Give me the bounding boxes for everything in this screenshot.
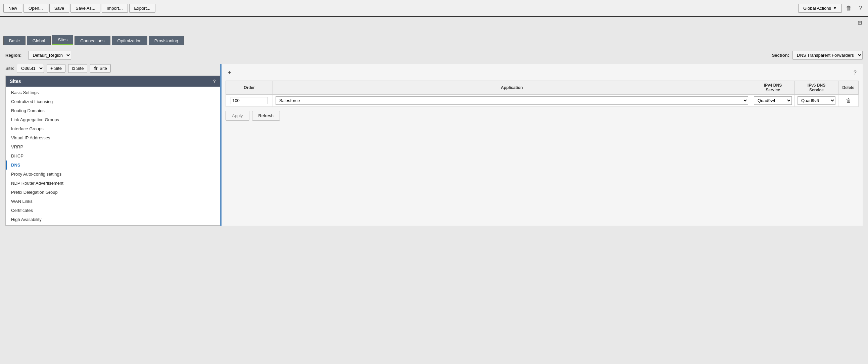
sidebar-item-centralized-licensing[interactable]: Centralized Licensing bbox=[6, 97, 220, 106]
right-panel: + ? Order Application IPv4 DNSService IP… bbox=[220, 64, 863, 226]
col-ipv6-dns: IPv6 DNSService bbox=[795, 81, 838, 95]
delete-row-button[interactable]: 🗑 bbox=[846, 98, 851, 104]
add-dns-row-button[interactable]: + bbox=[225, 68, 234, 77]
order-input[interactable] bbox=[230, 97, 268, 104]
sites-panel-header: Sites ? bbox=[6, 76, 220, 87]
dns-table: Order Application IPv4 DNSService IPv6 D… bbox=[225, 81, 859, 107]
sidebar-item-dhcp[interactable]: DHCP bbox=[6, 151, 220, 160]
dns-help-button[interactable]: ? bbox=[851, 69, 859, 77]
left-panel: Site: O365t1 + Site ⧉ Site 🗑 Site bbox=[5, 64, 220, 226]
copy-site-label: Site bbox=[76, 66, 84, 71]
table-row: Salesforce Quad9v4 Quad9v6 bbox=[226, 95, 859, 107]
ipv4-cell: Quad9v4 bbox=[751, 95, 795, 107]
section-select[interactable]: DNS Transparent Forwarders bbox=[793, 51, 863, 60]
sidebar-item-wan-links[interactable]: WAN Links bbox=[6, 197, 220, 206]
sidebar-item-dns[interactable]: DNS bbox=[6, 160, 220, 170]
tab-connections[interactable]: Connections bbox=[74, 36, 110, 46]
help-toolbar-button[interactable]: ? bbox=[856, 3, 865, 13]
sidebar-item-high-availability[interactable]: High Availability bbox=[6, 215, 220, 224]
site-select[interactable]: O365t1 bbox=[17, 64, 44, 73]
application-cell: Salesforce bbox=[273, 95, 751, 107]
export-button[interactable]: Export... bbox=[129, 4, 155, 13]
ipv6-cell: Quad9v6 bbox=[795, 95, 838, 107]
copy-site-button[interactable]: ⧉ Site bbox=[68, 64, 87, 73]
ipv6-select[interactable]: Quad9v6 bbox=[798, 96, 835, 105]
sidebar-item-virtual-ip-addresses[interactable]: Virtual IP Addresses bbox=[6, 133, 220, 142]
copy-icon: ⧉ bbox=[72, 66, 75, 71]
dns-panel-header: + ? bbox=[225, 68, 859, 77]
question-icon: ? bbox=[859, 5, 862, 11]
region-label: Region: bbox=[5, 53, 22, 58]
trash-icon: 🗑 bbox=[846, 5, 852, 11]
col-order: Order bbox=[226, 81, 273, 95]
sidebar-item-ndp-router[interactable]: NDP Router Advertisement bbox=[6, 179, 220, 188]
delete-toolbar-button[interactable]: 🗑 bbox=[843, 3, 855, 13]
tabs-bar: Basic Global Sites Connections Optimizat… bbox=[0, 29, 868, 46]
sites-help-icon[interactable]: ? bbox=[213, 79, 216, 84]
col-ipv4-dns: IPv4 DNSService bbox=[751, 81, 795, 95]
plus-icon: + bbox=[50, 66, 53, 71]
sidebar-item-interface-groups[interactable]: Interface Groups bbox=[6, 124, 220, 133]
sidebar-item-proxy-auto-config[interactable]: Proxy Auto-config settings bbox=[6, 170, 220, 179]
open-button[interactable]: Open... bbox=[24, 4, 48, 13]
region-section-row: Region: Default_Region Section: DNS Tran… bbox=[5, 51, 863, 60]
sidebar-item-link-aggregation-groups[interactable]: Link Aggregation Groups bbox=[6, 115, 220, 124]
main-content: Region: Default_Region Section: DNS Tran… bbox=[0, 46, 868, 364]
sites-panel: Sites ? Basic Settings Centralized Licen… bbox=[5, 75, 220, 226]
sites-panel-title: Sites bbox=[10, 79, 21, 84]
delete-site-button[interactable]: 🗑 Site bbox=[90, 64, 111, 72]
chevron-down-icon: ▼ bbox=[833, 6, 837, 10]
region-select[interactable]: Default_Region bbox=[28, 51, 71, 60]
sidebar-item-vrrp[interactable]: VRRP bbox=[6, 142, 220, 151]
delete-site-label: Site bbox=[99, 66, 107, 71]
sidebar-item-basic-settings[interactable]: Basic Settings bbox=[6, 88, 220, 97]
application-select[interactable]: Salesforce bbox=[276, 96, 748, 105]
tab-provisioning[interactable]: Provisioning bbox=[149, 36, 184, 46]
order-cell bbox=[226, 95, 273, 107]
sidebar-item-certificates[interactable]: Certificates bbox=[6, 206, 220, 215]
expand-icon-button[interactable]: ⊞ bbox=[855, 18, 865, 27]
apply-button[interactable]: Apply bbox=[225, 111, 249, 121]
refresh-button[interactable]: Refresh bbox=[252, 111, 280, 121]
save-as-button[interactable]: Save As... bbox=[70, 4, 100, 13]
toolbar: New Open... Save Save As... Import... Ex… bbox=[0, 0, 868, 17]
site-row: Site: O365t1 + Site ⧉ Site 🗑 Site bbox=[5, 64, 220, 73]
trash-site-icon: 🗑 bbox=[94, 66, 98, 71]
col-delete: Delete bbox=[838, 81, 859, 95]
site-label: Site: bbox=[5, 66, 14, 71]
action-row: Apply Refresh bbox=[225, 111, 859, 121]
tab-optimization[interactable]: Optimization bbox=[112, 36, 147, 46]
content-wrapper: Site: O365t1 + Site ⧉ Site 🗑 Site bbox=[5, 64, 863, 226]
global-actions-button[interactable]: Global Actions ▼ bbox=[798, 4, 842, 13]
ipv4-select[interactable]: Quad9v4 bbox=[754, 96, 792, 105]
sidebar-item-routing-domains[interactable]: Routing Domains bbox=[6, 106, 220, 115]
add-site-button[interactable]: + Site bbox=[46, 64, 65, 72]
import-button[interactable]: Import... bbox=[102, 4, 128, 13]
delete-cell: 🗑 bbox=[838, 95, 859, 107]
tab-global[interactable]: Global bbox=[27, 36, 51, 46]
global-actions-label: Global Actions bbox=[803, 6, 831, 11]
sites-list: Basic Settings Centralized Licensing Rou… bbox=[6, 87, 220, 225]
section-label: Section: bbox=[772, 53, 789, 58]
col-application: Application bbox=[273, 81, 751, 95]
tab-basic[interactable]: Basic bbox=[3, 36, 26, 46]
add-site-label: Site bbox=[54, 66, 62, 71]
save-button[interactable]: Save bbox=[49, 4, 69, 13]
section-area: Section: DNS Transparent Forwarders bbox=[772, 51, 863, 60]
sidebar-item-prefix-delegation[interactable]: Prefix Delegation Group bbox=[6, 188, 220, 197]
tab-sites[interactable]: Sites bbox=[52, 35, 73, 46]
new-button[interactable]: New bbox=[3, 4, 22, 13]
